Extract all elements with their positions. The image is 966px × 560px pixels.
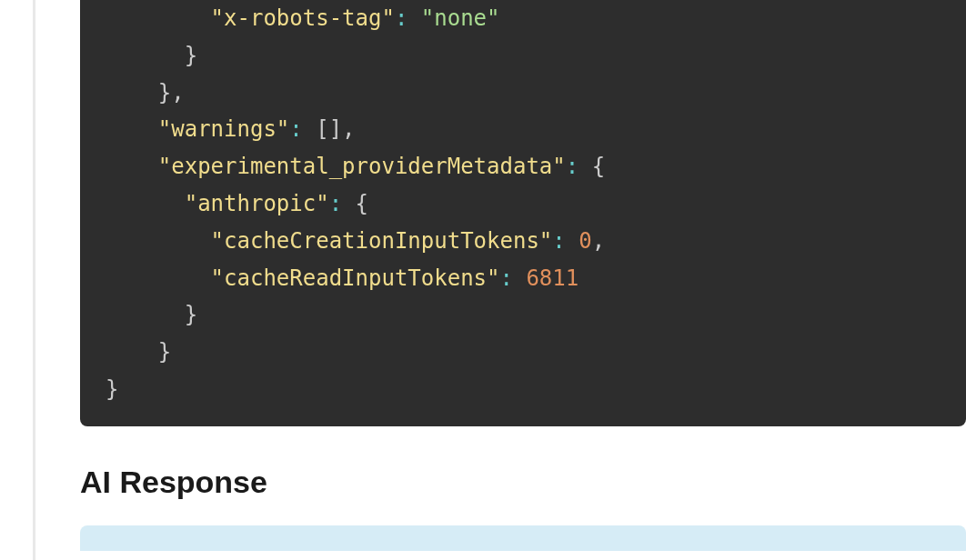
code-line: "x-robots-tag": "none" — [106, 0, 941, 37]
json-key: "anthropic" — [185, 191, 329, 216]
code-line: "cacheCreationInputTokens": 0, — [106, 223, 941, 260]
code-line: "experimental_providerMetadata": { — [106, 148, 941, 185]
comma: , — [342, 116, 355, 142]
json-key: "experimental_providerMetadata" — [158, 154, 566, 179]
code-line: "anthropic": { — [106, 185, 941, 223]
brace: { — [356, 191, 368, 216]
code-line: } — [106, 296, 941, 334]
json-key: "warnings" — [158, 116, 290, 142]
brace: { — [592, 154, 605, 179]
json-key: "cacheCreationInputTokens" — [211, 228, 553, 254]
colon: : — [499, 265, 512, 291]
code-line: }, — [106, 75, 941, 112]
code-line: "warnings": [], — [106, 111, 941, 148]
response-block — [80, 525, 966, 551]
json-string: "none" — [421, 5, 500, 31]
json-number: 0 — [579, 228, 591, 254]
comma: , — [592, 228, 605, 254]
bracket: [] — [316, 116, 342, 142]
colon: : — [552, 228, 565, 254]
json-key: "x-robots-tag" — [211, 5, 395, 31]
left-border — [33, 0, 35, 560]
code-line: "cacheReadInputTokens": 6811 — [106, 260, 941, 297]
code-line: } — [106, 37, 941, 75]
colon: : — [329, 191, 342, 216]
json-key: "cacheReadInputTokens" — [211, 265, 500, 291]
code-line: } — [106, 334, 941, 371]
brace: }, — [106, 80, 185, 105]
code-block: "x-robots-tag": "none" } }, "warnings": … — [80, 0, 966, 426]
ai-response-heading: AI Response — [80, 465, 966, 500]
colon: : — [289, 116, 302, 142]
json-number: 6811 — [526, 265, 579, 291]
colon: : — [566, 154, 579, 179]
colon: : — [395, 5, 408, 31]
code-line: } — [106, 371, 941, 408]
